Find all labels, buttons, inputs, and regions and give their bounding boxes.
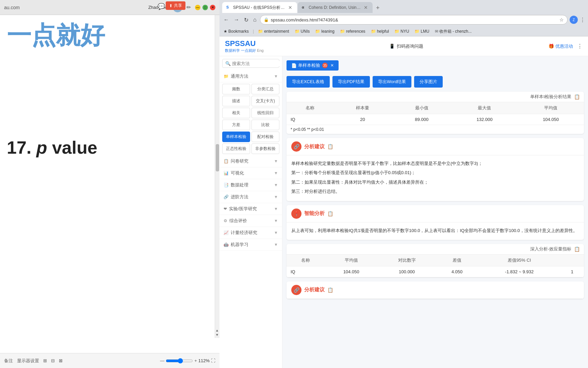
cohens-tab-close[interactable]: ✕ <box>363 4 369 11</box>
category-econometrics[interactable]: 📈 计量经济研究 ▼ <box>219 227 282 239</box>
analysis-copy-icon[interactable]: 📋 <box>327 144 333 149</box>
row-name: IQ <box>287 114 333 125</box>
zoom-in-button[interactable]: + <box>194 358 197 363</box>
tab-spssau[interactable]: S SPSSAU - 在线SPSS分析软件 ✕ <box>222 2 297 13</box>
category-data-processing[interactable]: 📑 数据处理 ▼ <box>219 179 282 191</box>
folder-icon6: 📁 <box>394 29 399 34</box>
more-options-icon[interactable]: ⋮ <box>577 43 583 49</box>
layout-view-button[interactable]: ⊞ <box>43 358 47 363</box>
suggestion-line-1: 单样本检验研究定量数据是否明显不等于某个数字，比如样本态度明显是不是中立(中立为… <box>291 159 579 167</box>
category-questionnaire[interactable]: 📋 问卷研究 ▼ <box>219 155 282 167</box>
menu-dots[interactable]: ⋮ <box>580 17 585 23</box>
bookmark-leaning[interactable]: 📁 leaning <box>314 28 336 34</box>
bookmark-helpful[interactable]: 📁 helpful <box>370 28 390 34</box>
category-medical[interactable]: ❤ 实验/医学研究 ▼ <box>219 203 282 215</box>
bookmark-nyu[interactable]: 📁 NYU <box>393 28 410 34</box>
analysis-bottom-copy-icon[interactable]: 📋 <box>327 287 333 293</box>
scroll-thumb[interactable] <box>216 144 219 171</box>
search-input[interactable] <box>232 61 282 66</box>
method-单样本检验[interactable]: 单样本检验 <box>222 132 250 142</box>
forward-button[interactable]: → <box>232 15 241 24</box>
bookmark-star-icon[interactable]: ☆ <box>559 17 564 22</box>
zoom-slider[interactable] <box>166 358 193 364</box>
comment-icon[interactable]: 💬 <box>158 3 165 10</box>
method-方差[interactable]: 方差 <box>222 120 250 130</box>
tab-close-x-icon[interactable]: ✕ <box>330 63 334 68</box>
arrow-advanced-icon: ▼ <box>274 195 278 199</box>
minimize-button[interactable]: — <box>195 5 200 10</box>
method-分类汇总[interactable]: 分类汇总 <box>251 84 279 94</box>
analysis-suggestion-card: 🔗 分析建议 📋 单样本检验研究定量数据是否明显不等于某个数字，比如样本态度明显… <box>287 138 584 201</box>
comment-icon-area[interactable]: 💬 <box>158 3 165 10</box>
method-比较[interactable]: 比较 <box>251 120 279 130</box>
copy-icon[interactable]: 📋 <box>574 94 580 99</box>
bookmark-lmu[interactable]: 📁 LMU <box>413 28 430 34</box>
zoom-control: — + 112% ⛶ <box>160 358 215 364</box>
fullscreen-button[interactable]: ⛶ <box>211 358 215 363</box>
heart-icon: ❤ <box>224 206 227 211</box>
export-pdf-button[interactable]: 导出PDF结果 <box>332 76 370 88</box>
close-button[interactable]: ✕ <box>210 5 215 10</box>
home-button[interactable]: ⌂ <box>252 15 258 24</box>
category-advanced[interactable]: 🔗 进阶方法 ▼ <box>219 191 282 203</box>
single-sample-tab[interactable]: 📄 单样本检验 35 ✕ <box>287 60 339 71</box>
deep-table-row: IQ 104.050 100.000 4.050 -1.832 ~ 9.932 … <box>287 266 584 277</box>
category-evaluation[interactable]: ⚙ 综合评价 ▼ <box>219 215 282 227</box>
bookmark-unis[interactable]: 📁 UNIs <box>293 28 311 34</box>
main-content: 📄 单样本检验 35 ✕ 导出EXCEL表格 导出PDF结果 导出Word结果 … <box>282 56 588 368</box>
export-buttons: 导出EXCEL表格 导出PDF结果 导出Word结果 分享图片 <box>287 76 584 88</box>
export-excel-button[interactable]: 导出EXCEL表格 <box>287 76 330 88</box>
smart-copy-icon[interactable]: 📋 <box>327 211 333 216</box>
method-非参数检验[interactable]: 非参数检验 <box>251 143 279 154</box>
method-正态性检验[interactable]: 正态性检验 <box>222 143 250 154</box>
scroll-down-arrow[interactable]: ▼ <box>215 333 219 337</box>
category-visualization[interactable]: 📊 可视化 ▼ <box>219 167 282 179</box>
tab-cohens[interactable]: α Cohens D: Definition, Using &... ✕ <box>298 2 373 13</box>
search-bar[interactable]: 🔍 ✕ <box>222 59 279 68</box>
method-相关[interactable]: 相关 <box>222 108 250 118</box>
new-tab-button[interactable]: + <box>375 3 381 13</box>
profile-icon: Z <box>570 16 578 24</box>
scan-label: 扫码咨询问题 <box>397 43 423 49</box>
method-线性回归[interactable]: 线性回归 <box>251 108 279 118</box>
export-word-button[interactable]: 导出Word结果 <box>373 76 412 88</box>
export-image-button[interactable]: 分享图片 <box>414 76 443 88</box>
fit-button[interactable]: ⊠ <box>59 358 63 363</box>
edit-icon[interactable]: ✏ <box>185 3 192 11</box>
refresh-button[interactable]: ↻ <box>243 15 250 25</box>
display-settings-button[interactable]: 显示器设置 <box>17 358 39 364</box>
maximize-button[interactable]: □ <box>202 5 208 10</box>
deep-copy-icon[interactable]: 📋 <box>574 246 580 252</box>
back-button[interactable]: ← <box>222 15 230 24</box>
scan-qr-button[interactable]: 📱 扫码咨询问题 <box>389 43 423 49</box>
category-ml[interactable]: 🤖 机器学习 ▼ <box>219 239 282 251</box>
bookmark-mail[interactable]: ✉ 收件箱 - chenzh... <box>434 28 473 35</box>
col-max: 最大值 <box>452 102 518 114</box>
grid-view-button[interactable]: ⊟ <box>51 358 55 363</box>
address-bar[interactable]: 🔒 spssau.com/indexs.html?474391& ☆ <box>260 15 568 25</box>
share-button[interactable]: ⬆ 共享 <box>166 1 185 10</box>
search-icon: 🔍 <box>225 61 231 66</box>
annotate-button[interactable]: 备注 <box>4 358 13 364</box>
bookmark-entertainment[interactable]: 📁 entertainment <box>257 28 290 34</box>
category-evaluation-label: 综合评价 <box>229 218 274 224</box>
arrow-econometrics-icon: ▼ <box>274 230 278 235</box>
method-频数[interactable]: 频数 <box>222 84 250 94</box>
bookmark-references[interactable]: 📁 references <box>339 28 367 34</box>
scroll-track[interactable] <box>215 15 219 338</box>
window-controls: — □ ✕ <box>195 5 215 10</box>
method-配对检验[interactable]: 配对检验 <box>251 132 279 142</box>
method-交叉卡方[interactable]: 交叉(卡方) <box>251 96 279 106</box>
scroll-up-arrow[interactable]: ▲ <box>215 328 219 332</box>
category-general-methods[interactable]: 📁 通用方法 ▼ <box>219 71 282 82</box>
spssau-tab-close[interactable]: ✕ <box>288 4 293 11</box>
share-label: 共享 <box>174 3 182 9</box>
cohens-favicon: α <box>302 5 307 10</box>
method-描述[interactable]: 描述 <box>222 96 250 106</box>
bookmark-entertainment-label: entertainment <box>264 29 289 34</box>
deep-row-name: IQ <box>287 266 324 277</box>
bookmark-bookmarks[interactable]: ★ Bookmarks <box>222 28 250 34</box>
zoom-out-button[interactable]: — <box>160 358 164 363</box>
promo-link[interactable]: 🎁 优惠活动 <box>549 43 573 49</box>
bookmark-star-icon2: ★ <box>224 29 227 34</box>
